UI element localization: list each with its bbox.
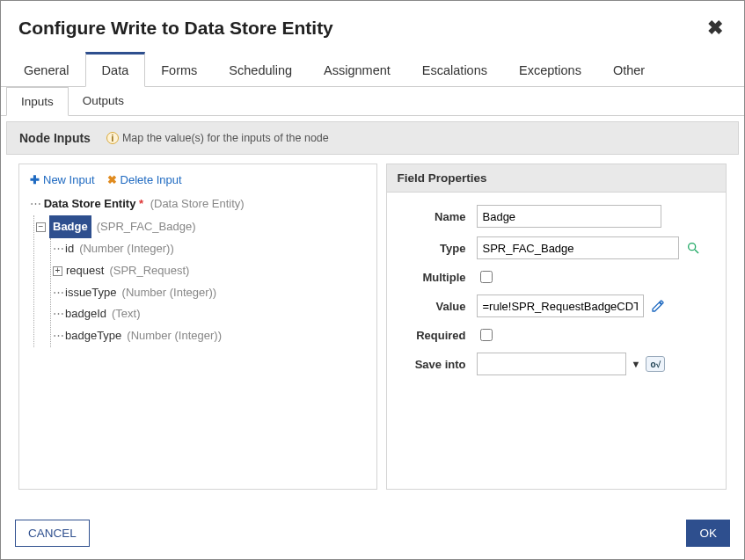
node-type: (Number (Integer)) — [122, 282, 217, 304]
delete-icon: ✖ — [107, 173, 117, 186]
row-value: Value — [398, 295, 716, 317]
row-required: Required — [398, 326, 716, 344]
tree-node-issuetype[interactable]: ⋯ issueType (Number (Integer)) — [53, 282, 368, 304]
tree-connector: ⋯ — [53, 325, 63, 347]
tabs-primary: General Data Forms Scheduling Assignment… — [1, 52, 744, 87]
row-type: Type — [398, 236, 716, 259]
delete-input-label: Delete Input — [121, 173, 182, 186]
node-label: badgeId — [65, 303, 106, 325]
node-type: (Text) — [112, 303, 141, 325]
tab-other[interactable]: Other — [597, 52, 661, 86]
info-icon: i — [106, 132, 119, 144]
root-type: (Data Store Entity) — [150, 197, 245, 210]
row-save-into: Save into ▼ o√ — [398, 353, 716, 375]
selected-node-label: Badge — [49, 215, 91, 239]
tree-node-request[interactable]: + request (SPR_Request) — [53, 260, 368, 282]
tree-level-2: ⋯ id (Number (Integer)) + request (SPR_R… — [50, 238, 368, 346]
new-input-label: New Input — [43, 173, 95, 186]
panels: ✚ New Input ✖ Delete Input ⋯ Data Store … — [6, 155, 739, 502]
tab-forms[interactable]: Forms — [145, 52, 213, 86]
section-title: Node Inputs — [19, 131, 91, 145]
ok-button[interactable]: OK — [686, 520, 730, 547]
tab-inputs[interactable]: Inputs — [6, 87, 69, 116]
tree-connector: ⋯ — [53, 238, 63, 260]
row-name: Name — [398, 205, 716, 228]
tree-connector: ⋯ — [53, 303, 63, 325]
node-type: (Number (Integer)) — [79, 238, 174, 260]
node-label: badgeType — [65, 325, 121, 347]
multiple-checkbox[interactable] — [480, 271, 493, 283]
node-type: (Number (Integer)) — [127, 325, 222, 347]
tab-escalations[interactable]: Escalations — [406, 52, 503, 86]
label-save-into: Save into — [398, 358, 477, 371]
inputs-tree: ⋯ Data Store Entity (Data Store Entity) … — [28, 193, 368, 347]
plus-icon: ✚ — [30, 173, 40, 186]
expression-editor-icon[interactable] — [649, 297, 667, 315]
label-type: Type — [398, 242, 477, 255]
tree-node-id[interactable]: ⋯ id (Number (Integer)) — [53, 238, 368, 260]
dialog: Configure Write to Data Store Entity ✖ G… — [0, 0, 745, 560]
section-hint-text: Map the value(s) for the inputs of the n… — [122, 132, 329, 144]
delete-input-button[interactable]: ✖ Delete Input — [107, 173, 182, 186]
row-multiple: Multiple — [398, 268, 716, 286]
cancel-button[interactable]: CANCEL — [15, 520, 90, 547]
new-input-button[interactable]: ✚ New Input — [30, 173, 95, 186]
name-field[interactable] — [477, 205, 661, 228]
field-properties-panel: Field Properties Name Type Mul — [386, 164, 727, 490]
tree-node-badgetype[interactable]: ⋯ badgeType (Number (Integer)) — [53, 325, 368, 347]
node-label: id — [65, 238, 74, 260]
tabs-secondary: Inputs Outputs — [1, 87, 744, 116]
field-properties-header: Field Properties — [387, 164, 727, 193]
tree-node-badgeid[interactable]: ⋯ badgeId (Text) — [53, 303, 368, 325]
tab-exceptions[interactable]: Exceptions — [503, 52, 597, 86]
tree-connector: ⋯ — [53, 282, 63, 304]
section-header: Node Inputs i Map the value(s) for the i… — [6, 121, 739, 155]
tree-connector: ⋯ — [30, 193, 40, 215]
svg-line-1 — [695, 250, 698, 253]
tab-scheduling[interactable]: Scheduling — [213, 52, 308, 86]
expression-toggle-icon[interactable]: o√ — [646, 356, 665, 372]
section-hint: i Map the value(s) for the inputs of the… — [106, 132, 329, 144]
value-field[interactable] — [477, 295, 644, 317]
tab-outputs[interactable]: Outputs — [69, 87, 138, 115]
required-checkbox[interactable] — [480, 329, 493, 341]
label-value: Value — [398, 300, 477, 313]
node-label: request — [66, 260, 104, 282]
save-into-dropdown-icon[interactable]: ▼ — [632, 359, 641, 369]
save-into-field[interactable] — [477, 353, 626, 375]
label-required: Required — [398, 329, 477, 342]
tree-level-1: − Badge (SPR_FAC_Badge) ⋯ id (Number (In… — [33, 215, 368, 347]
type-picker-icon[interactable] — [684, 239, 702, 257]
content-area: Node Inputs i Map the value(s) for the i… — [1, 116, 744, 507]
expand-icon[interactable]: + — [53, 266, 62, 276]
tab-data[interactable]: Data — [85, 52, 146, 87]
svg-point-0 — [688, 244, 695, 251]
tree-toolbar: ✚ New Input ✖ Delete Input — [28, 171, 368, 193]
label-name: Name — [398, 210, 477, 223]
collapse-icon[interactable]: − — [36, 222, 46, 232]
node-type: (SPR_Request) — [109, 260, 189, 282]
dialog-header: Configure Write to Data Store Entity ✖ — [1, 1, 744, 52]
label-multiple: Multiple — [398, 271, 477, 284]
tab-general[interactable]: General — [8, 52, 85, 86]
root-label: Data Store Entity — [44, 197, 143, 210]
tree-root[interactable]: ⋯ Data Store Entity (Data Store Entity) — [28, 193, 368, 215]
tab-assignment[interactable]: Assignment — [308, 52, 406, 86]
close-icon[interactable]: ✖ — [704, 17, 727, 40]
inputs-tree-panel: ✚ New Input ✖ Delete Input ⋯ Data Store … — [18, 164, 377, 490]
selected-node-type: (SPR_FAC_Badge) — [97, 216, 196, 238]
field-properties-form: Name Type Multiple — [387, 193, 727, 396]
tree-node-badge[interactable]: − Badge (SPR_FAC_Badge) — [36, 215, 368, 239]
type-field[interactable] — [477, 236, 679, 259]
dialog-footer: CANCEL OK — [1, 507, 744, 559]
node-label: issueType — [65, 282, 117, 304]
dialog-title: Configure Write to Data Store Entity — [18, 18, 333, 39]
